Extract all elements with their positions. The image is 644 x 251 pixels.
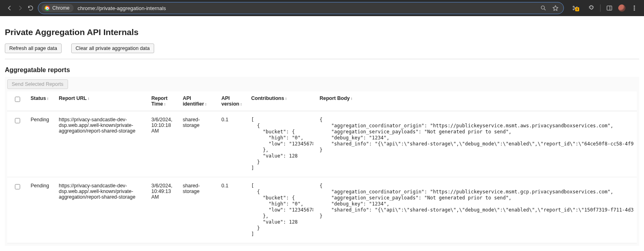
cell-version: 0.1 [218,177,248,243]
site-chip-label: Chrome [52,5,70,11]
cell-time: 3/6/2024, 10:10:18 AM [148,111,180,177]
cell-body: { "aggregation_coordinator_origin": "htt… [316,177,637,243]
svg-marker-2 [553,6,558,10]
header-status[interactable]: Status↕ [27,91,56,111]
cell-contributions: [ { "bucket": { "high": "0", "low": "123… [248,177,316,243]
chrome-logo-icon [45,6,50,11]
clear-data-button[interactable]: Clear all private aggregation data [71,44,154,53]
table-row: Pending https://privacy-sandcastle-dev-d… [7,111,637,177]
header-url[interactable]: Report URL↕ [56,91,148,111]
sort-icon: ↕ [205,102,206,106]
svg-point-10 [634,8,635,8]
bookmark-star-icon[interactable] [552,5,559,11]
browser-actions: 1 [566,4,641,12]
contributions-pre: [ { "bucket": { "high": "0", "low": "123… [251,183,313,237]
refresh-button[interactable]: Refresh all page data [5,44,62,53]
omnibox-url: chrome://private-aggregation-internals [78,5,166,11]
cell-url: https://privacy-sandcastle-dev-dsp.web.a… [56,111,148,177]
extensions-icon[interactable] [588,5,594,11]
sort-icon: ↕ [47,96,48,101]
svg-point-0 [541,6,545,9]
forward-icon[interactable] [17,5,23,11]
contributions-pre: [ { "bucket": { "high": "0", "low": "123… [251,117,313,171]
sort-icon: ↕ [164,102,165,106]
section-title: Aggregatable reports [5,66,639,74]
header-time[interactable]: Report Time↕ [148,91,180,111]
sort-icon: ↕ [351,96,352,101]
nav-controls [3,5,35,11]
svg-line-1 [544,9,545,10]
header-version[interactable]: API version↕ [218,91,248,111]
select-all-checkbox[interactable] [15,97,20,102]
send-selected-button[interactable]: Send Selected Reports [7,79,68,89]
table-row: Pending https://privacy-sandcastle-dev-d… [7,177,637,243]
extension-badge: 1 [575,7,579,11]
cell-status: Pending [27,111,56,177]
svg-rect-7 [607,6,612,10]
table-header-row: Status↕ Report URL↕ Report Time↕ API ide… [7,91,637,111]
svg-point-3 [573,6,574,7]
svg-point-9 [634,6,635,6]
back-icon[interactable] [6,5,13,11]
action-row: Refresh all page data Clear all private … [5,44,639,53]
header-api[interactable]: API identifier↕ [180,91,218,111]
cell-time: 3/6/2024, 10:49:13 AM [148,177,180,243]
header-time-label: Report Time [151,95,167,107]
cell-url: https://privacy-sandcastle-dev-dsp.web.a… [56,177,148,243]
zoom-icon[interactable] [540,5,547,11]
omnibox[interactable]: Chrome chrome://private-aggregation-inte… [38,2,564,14]
cell-contributions: [ { "bucket": { "high": "0", "low": "123… [248,111,316,177]
header-checkbox [7,91,27,111]
toolbar-divider [600,4,601,12]
body-pre: { "aggregation_coordinator_origin": "htt… [320,183,634,219]
cell-body: { "aggregation_coordinator_origin": "htt… [316,111,637,177]
svg-point-4 [573,9,574,10]
profile-avatar[interactable] [618,4,625,12]
sort-icon: ↕ [240,102,241,106]
cell-version: 0.1 [218,111,248,177]
cell-api: shared-storage [180,177,218,243]
sort-icon: ↕ [87,96,89,101]
page-title: Private Aggregation API Internals [5,27,639,37]
cell-status: Pending [27,177,56,243]
row-checkbox[interactable] [15,184,20,189]
side-panel-icon[interactable] [606,5,613,11]
header-status-label: Status [31,95,46,101]
browser-toolbar: Chrome chrome://private-aggregation-inte… [0,0,644,16]
reload-icon[interactable] [27,5,34,11]
row-checkbox[interactable] [15,118,20,123]
header-body-label: Report Body [320,95,350,101]
menu-kebab-icon[interactable] [631,5,638,11]
header-version-label: API version [221,95,239,107]
header-contributions-label: Contributions [251,95,284,101]
header-contributions[interactable]: Contributions↕ [248,91,316,111]
reports-table: Status↕ Report URL↕ Report Time↕ API ide… [7,91,637,243]
cell-api: shared-storage [180,111,218,177]
site-chip[interactable]: Chrome [41,4,74,12]
reports-panel: Send Selected Reports Status↕ Report URL… [5,77,639,246]
header-url-label: Report URL [59,95,87,101]
body-pre: { "aggregation_coordinator_origin": "htt… [320,117,634,153]
sort-icon: ↕ [285,96,286,101]
header-body[interactable]: Report Body↕ [316,91,637,111]
header-api-label: API identifier [183,95,204,107]
page-content: Private Aggregation API Internals Refres… [0,16,644,251]
section-divider [5,59,639,59]
svg-point-11 [634,10,635,10]
